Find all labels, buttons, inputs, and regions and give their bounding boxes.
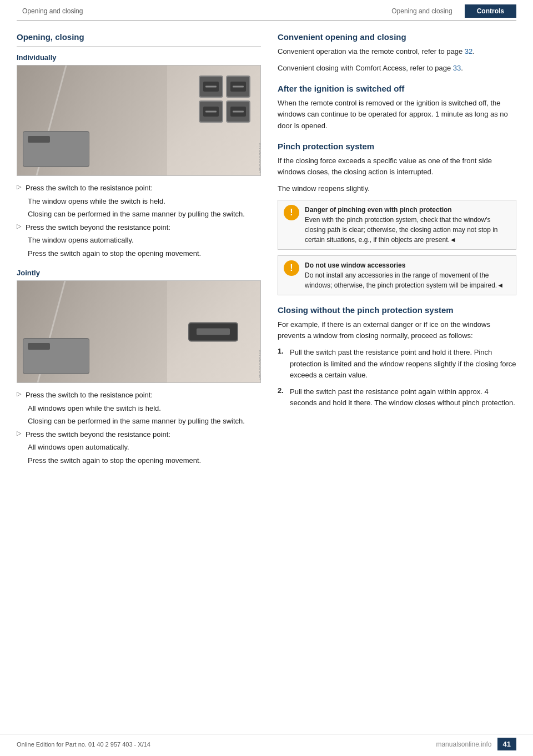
header-tab-opening: Opening and closing [379,4,464,18]
footer-logo: manualsonline.info [436,740,491,748]
img-watermark: MVSD535CMA [258,143,261,173]
pinch-para-2: The window reopens slightly. [278,183,516,194]
step-1-num: 1. [278,347,290,355]
jointly-car-interior: MVSD535CMA [17,281,260,382]
warning-text-1: Danger of pinching even with pinch prote… [305,205,510,245]
header-left-tab: Opening and closing [17,7,379,15]
bullet-arrow-2: ▷ [17,223,21,230]
warning-text-2: Do not use window accessories Do not ins… [305,260,510,290]
jointly-section: Jointly MVSD535CMA ▷ Press the switch to… [17,269,261,466]
convenient-title: Convenient opening and closing [278,32,516,42]
warning-box-1: ! Danger of pinching even with pinch pro… [278,200,516,250]
warning-title-1: Danger of pinching even with pinch prote… [305,205,510,215]
jointly-sub-3: All windows open automatically. [28,442,261,453]
individually-title: Individually [17,53,261,62]
jointly-bullet-2: ▷ Press the switch beyond the resistance… [17,429,261,440]
bullet-item-2: ▷ Press the switch beyond the resistance… [17,222,261,233]
step-2: 2. Pull the switch past the resistance p… [278,386,516,409]
jointly-title: Jointly [17,269,261,277]
step-2-num: 2. [278,386,290,395]
jointly-bullet-1: ▷ Press the switch to the resistance poi… [17,390,261,401]
divider [17,46,261,47]
step-2-text: Pull the switch past the resistance poin… [290,386,516,409]
btn-bl [199,100,223,123]
bullet-sub-1: The window opens while the switch is hel… [28,196,261,207]
pinch-protection-title: Pinch protection system [278,142,516,151]
bullet-main-text: Press the switch to the resistance point… [26,183,153,194]
jointly-arrow-2: ▷ [17,430,21,437]
after-ignition-title: After the ignition is switched off [278,84,516,93]
btn-br [226,100,250,123]
warning-body-1: Even with the pinch protection system, c… [305,215,510,245]
step-1: 1. Pull the switch past the resistance p… [278,347,516,380]
btn-tl [199,75,223,98]
bullet-sub-4: Press the switch again to stop the openi… [28,248,261,259]
header-section-label: Opening and closing [22,7,83,15]
step-1-text: Pull the switch past the resistance poin… [290,347,516,380]
bullet-arrow: ▷ [17,183,21,190]
link-page-32[interactable]: 32 [465,47,472,56]
link-page-33[interactable]: 33 [453,64,461,72]
left-column: Opening, closing Individually MVSD535CMA [17,32,261,471]
jointly-image: MVSD535CMA [17,280,261,383]
convenient-para1: Convenient operation via the remote cont… [278,46,516,57]
jointly-single-button [188,322,238,341]
main-content: Opening, closing Individually MVSD535CMA [0,21,533,493]
closing-without-title: Closing without the pinch protection sys… [278,305,516,315]
jointly-door-panel [23,338,89,374]
bullet-item: ▷ Press the switch to the resistance poi… [17,183,261,194]
bullet-sub-3: The window opens automatically. [28,235,261,246]
convenient-para2: Convenient closing with Comfort Access, … [278,63,516,74]
window-buttons-panel [199,75,250,123]
warning-box-2: ! Do not use window accessories Do not i… [278,255,516,295]
door-panel [23,131,89,167]
closing-intro: For example, if there is an external dan… [278,319,516,341]
numbered-steps: 1. Pull the switch past the resistance p… [278,347,516,409]
after-ignition-para: When the remote control is removed or th… [278,98,516,131]
footer-left-text: Online Edition for Part no. 01 40 2 957 … [17,741,150,748]
warning-body-2: Do not install any accessories in the ra… [305,270,510,290]
jointly-arrow-1: ▷ [17,390,21,397]
individually-image: MVSD535CMA [17,65,261,176]
jointly-sub-2: Closing can be performed in the same man… [28,416,261,427]
jointly-sub-1: All windows open while the switch is hel… [28,403,261,414]
header-tabs: Opening and closing Controls [379,4,516,18]
btn-tr [226,75,250,98]
warning-icon-1: ! [284,205,299,220]
car-interior-img: MVSD535CMA [17,65,260,175]
right-column: Convenient opening and closing Convenien… [278,32,516,471]
page-number: 41 [497,738,516,750]
jointly-sub-4: Press the switch again to stop the openi… [28,455,261,466]
main-title: Opening, closing [17,32,261,42]
jointly-watermark: MVSD535CMA [258,350,261,380]
footer-right-area: manualsonline.info 41 [436,738,516,750]
page-footer: Online Edition for Part no. 01 40 2 957 … [0,734,533,750]
page-header: Opening and closing Opening and closing … [17,0,516,21]
bullet-sub-2: Closing can be performed in the same man… [28,209,261,220]
header-tab-controls: Controls [465,4,516,18]
warning-title-2: Do not use window accessories [305,260,510,270]
jointly-main-1: Press the switch to the resistance point… [26,390,153,401]
pinch-para-1: If the closing force exceeds a specific … [278,155,516,178]
warning-icon-2: ! [284,260,299,276]
jointly-bullets: ▷ Press the switch to the resistance poi… [17,390,261,466]
individually-bullets: ▷ Press the switch to the resistance poi… [17,183,261,259]
bullet-main-text-2: Press the switch beyond the resistance p… [26,222,170,233]
jointly-main-2: Press the switch beyond the resistance p… [26,429,170,440]
